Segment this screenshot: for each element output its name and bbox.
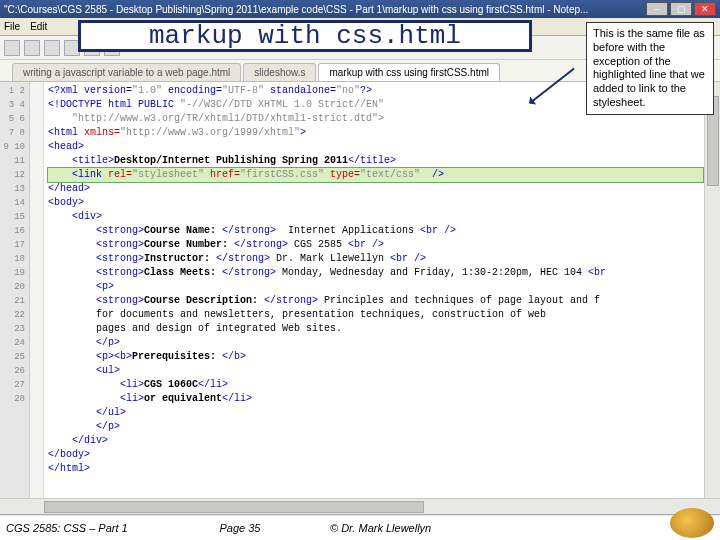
tab-file-3[interactable]: markup with css using firstCSS.html — [318, 63, 500, 81]
save-icon[interactable] — [44, 40, 60, 56]
slide-title-overlay: markup with css.html — [78, 20, 532, 52]
code-content[interactable]: <?xml version="1.0" encoding="UTF-8" sta… — [44, 82, 720, 498]
annotation-callout: This is the same file as before with the… — [586, 22, 714, 115]
slide-footer: CGS 2585: CSS – Part 1 Page 35 © Dr. Mar… — [0, 516, 720, 540]
highlighted-line: <link rel="stylesheet" href="firstCSS.cs… — [48, 168, 703, 182]
window-controls: – ▢ ✕ — [646, 2, 716, 16]
menu-edit[interactable]: Edit — [30, 21, 47, 32]
scrollbar-thumb[interactable] — [44, 501, 424, 513]
tab-file-1[interactable]: writing a javascript variable to a web p… — [12, 63, 241, 81]
footer-author: © Dr. Mark Llewellyn — [300, 522, 720, 534]
horizontal-scrollbar[interactable] — [0, 498, 720, 514]
footer-course: CGS 2585: CSS – Part 1 — [0, 522, 180, 534]
menu-file[interactable]: File — [4, 21, 20, 32]
tab-file-2[interactable]: slideshow.s — [243, 63, 316, 81]
maximize-button[interactable]: ▢ — [670, 2, 692, 16]
ucf-logo-icon — [670, 508, 714, 538]
window-title: "C:\Courses\CGS 2585 - Desktop Publishin… — [4, 4, 646, 15]
close-button[interactable]: ✕ — [694, 2, 716, 16]
footer-page: Page 35 — [180, 522, 300, 534]
open-file-icon[interactable] — [24, 40, 40, 56]
editor-area: 1 2 3 4 5 6 7 8 9 10 11 12 13 14 15 16 1… — [0, 82, 720, 498]
window-titlebar: "C:\Courses\CGS 2585 - Desktop Publishin… — [0, 0, 720, 18]
line-number-gutter: 1 2 3 4 5 6 7 8 9 10 11 12 13 14 15 16 1… — [0, 82, 30, 498]
minimize-button[interactable]: – — [646, 2, 668, 16]
fold-gutter — [30, 82, 44, 498]
vertical-scrollbar[interactable] — [704, 82, 720, 498]
new-file-icon[interactable] — [4, 40, 20, 56]
